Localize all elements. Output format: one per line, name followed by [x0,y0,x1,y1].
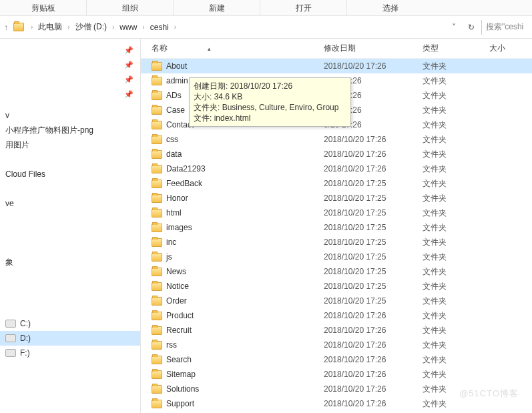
col-name[interactable]: 名称▴ [152,43,324,54]
col-size[interactable]: 大小 [489,43,532,54]
file-type: 文件夹 [423,252,489,263]
chevron-right-icon: › [170,23,180,31]
table-row[interactable]: data2018/10/20 17:26文件夹 [141,147,532,161]
file-type: 文件夹 [423,163,489,175]
sidebar-item[interactable]: 📌 [0,72,140,87]
folder-icon [152,356,162,364]
sidebar-drive[interactable]: D:) [0,331,140,346]
file-name: Case [166,105,185,115]
sidebar-item[interactable]: Cloud Files [0,167,140,181]
table-row[interactable]: inc2018/10/20 17:25文件夹 [141,235,532,250]
folder-tooltip: 创建日期: 2018/10/20 17:26 大小: 34.6 KB 文件夹: … [189,77,351,127]
folder-icon [152,150,162,159]
breadcrumb[interactable]: › 此电脑 › 沙僧 (D:) › www › ceshi › [12,20,447,34]
table-row[interactable]: Product2018/10/20 17:26文件夹 [141,308,532,323]
file-date: 2018/10/20 17:26 [324,149,423,159]
file-date: 2018/10/20 17:26 [324,370,423,379]
table-row[interactable]: Order2018/10/20 17:25文件夹 [141,294,532,308]
crumb-seg[interactable]: 此电脑 [37,20,63,34]
file-date: 2018/10/20 17:26 [324,340,423,350]
table-row[interactable]: Data212932018/10/20 17:26文件夹 [141,161,532,176]
pin-icon: 📌 [124,46,134,55]
sidebar-item[interactable]: 📌 [0,87,140,101]
table-row[interactable]: Search2018/10/20 17:26文件夹 [141,352,532,367]
sidebar-item[interactable] [0,211,140,226]
sidebar-item[interactable]: 小程序推广物料图片-png [0,123,140,137]
sidebar-item[interactable]: 📌 [0,57,140,72]
file-date: 2018/10/20 17:26 [324,311,423,320]
table-row[interactable]: html2018/10/20 17:25文件夹 [141,205,532,220]
folder-icon [152,341,162,350]
file-type: 文件夹 [423,208,489,219]
refresh-icon[interactable]: ↻ [464,20,479,35]
sidebar-item[interactable] [0,240,140,255]
ribbon-clipboard[interactable]: 剪贴板 [0,0,87,16]
file-type: 文件夹 [423,178,489,189]
table-row[interactable]: About2018/10/20 17:26文件夹 [141,59,532,73]
table-row[interactable]: css2018/10/20 17:26文件夹 [141,132,532,147]
table-row[interactable]: Notice2018/10/20 17:25文件夹 [141,279,532,294]
file-name: css [166,135,178,144]
ribbon-organize[interactable]: 组织 [87,0,174,16]
tooltip-line: 大小: 34.6 KB [194,91,346,102]
chevron-right-icon: › [138,23,148,31]
crumb-seg[interactable]: 沙僧 (D:) [74,20,108,34]
crumb-seg[interactable]: www [118,21,138,33]
file-date: 2018/10/20 17:25 [324,267,423,276]
table-row[interactable]: Recruit2018/10/20 17:26文件夹 [141,323,532,338]
ribbon-select[interactable]: 选择 [347,0,434,16]
ribbon-new[interactable]: 新建 [174,0,260,16]
col-date[interactable]: 修改日期 [324,43,423,54]
table-row[interactable]: Sitemap2018/10/20 17:26文件夹 [141,367,532,382]
sidebar-item[interactable]: v [0,108,140,123]
folder-icon [152,268,162,276]
sidebar-drive[interactable]: F:) [0,346,140,360]
folder-icon [152,326,162,335]
file-type: 文件夹 [423,105,489,116]
file-name: inc [166,238,176,247]
folder-icon [152,121,162,129]
folder-icon [152,224,162,232]
ribbon-tabs: 剪贴板 组织 新建 打开 选择 [0,0,532,16]
up-arrow-icon[interactable]: ↑ [0,16,12,39]
drive-icon [5,334,16,342]
sidebar-item[interactable]: 用图片 [0,137,140,152]
file-type: 文件夹 [423,61,489,72]
table-row[interactable]: News2018/10/20 17:25文件夹 [141,264,532,279]
sort-asc-icon: ▴ [208,45,211,52]
sidebar-item[interactable] [0,226,140,240]
sidebar-drive[interactable]: C:) [0,316,140,331]
sidebar-item[interactable] [0,152,140,167]
file-date: 2018/10/20 17:25 [324,282,423,291]
chevron-right-icon: › [108,23,118,31]
file-date: 2018/10/20 17:25 [324,238,423,247]
dropdown-icon[interactable]: ˅ [447,20,461,35]
sidebar-item[interactable]: 象 [0,255,140,270]
file-name: Honor [166,193,188,203]
table-row[interactable]: Honor2018/10/20 17:25文件夹 [141,191,532,205]
file-name: About [166,61,187,71]
tooltip-line: 创建日期: 2018/10/20 17:26 [194,81,346,91]
sidebar-item[interactable] [0,181,140,196]
crumb-seg[interactable]: ceshi [149,21,170,33]
ribbon-open[interactable]: 打开 [260,0,347,16]
pin-icon: 📌 [124,90,134,99]
file-type: 文件夹 [423,134,489,145]
file-type: 文件夹 [423,266,489,278]
table-row[interactable]: FeedBack2018/10/20 17:25文件夹 [141,176,532,191]
table-row[interactable]: images2018/10/20 17:25文件夹 [141,220,532,235]
file-type: 文件夹 [423,281,489,292]
sidebar-item[interactable]: ve [0,196,140,211]
file-type: 文件夹 [423,237,489,248]
table-row[interactable]: js2018/10/20 17:25文件夹 [141,250,532,264]
file-name: Notice [166,282,189,291]
tooltip-line: 文件: index.html [194,113,346,123]
col-type[interactable]: 类型 [423,43,489,54]
file-name: Support [166,399,194,408]
file-type: 文件夹 [423,354,489,366]
folder-icon [152,165,162,173]
search-input[interactable]: 搜索"ceshi [481,20,529,35]
table-row[interactable]: rss2018/10/20 17:26文件夹 [141,338,532,352]
folder-icon [152,179,162,188]
sidebar-item[interactable]: 📌 [0,43,140,57]
